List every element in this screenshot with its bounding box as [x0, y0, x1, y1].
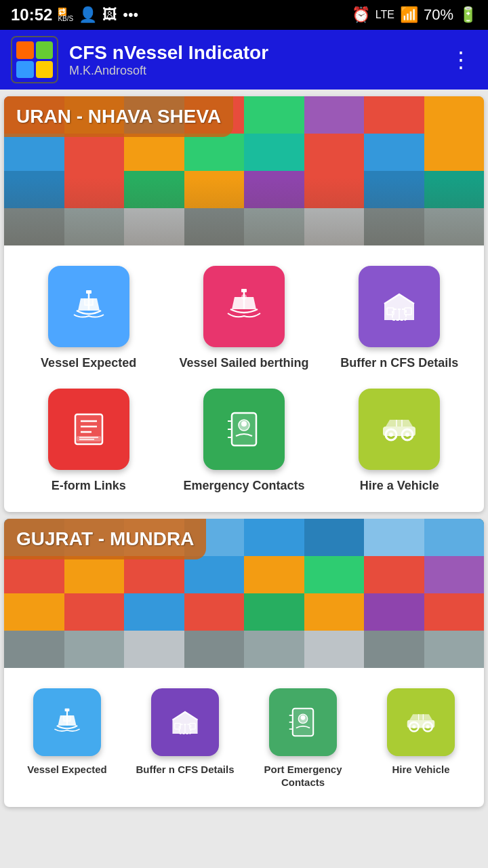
- app-title: CFS nVessel Indicator: [69, 41, 434, 64]
- svg-rect-0: [86, 290, 92, 294]
- warehouse-icon-1: [378, 285, 421, 328]
- gujrat-port-name: GUJRAT - MUNDRA: [16, 528, 194, 550]
- vessel-expected-label-2: Vessel Expected: [27, 763, 107, 776]
- section-gujrat: GUJRAT - MUNDRA Vessel Expected: [4, 519, 484, 807]
- hire-vehicle-btn-2[interactable]: [387, 688, 455, 756]
- hire-vehicle-item-1[interactable]: Hire a Vehicle: [322, 382, 477, 505]
- app-menu-button[interactable]: ⋮: [445, 41, 477, 78]
- hire-vehicle-btn-1[interactable]: [359, 389, 440, 470]
- image-icon: 🖼: [102, 6, 117, 24]
- buffer-cfs-btn-1[interactable]: [359, 266, 440, 347]
- emergency-contacts-btn-1[interactable]: [203, 389, 285, 470]
- ship-icon-2: [49, 704, 85, 741]
- eform-label-1: E-form Links: [52, 478, 126, 494]
- ship-sailed-icon: [222, 285, 266, 328]
- buffer-cfs-label-2: Buffer n CFS Details: [136, 763, 234, 776]
- data-speed-icon: 🔁 KB/S: [58, 8, 73, 22]
- port-emergency-btn-2[interactable]: [269, 688, 337, 756]
- buffer-cfs-item-1[interactable]: Buffer n CFS Details: [322, 259, 477, 382]
- hire-vehicle-label-1: Hire a Vehicle: [360, 478, 439, 494]
- gujrat-banner: GUJRAT - MUNDRA: [4, 519, 484, 668]
- vessel-expected-item-2[interactable]: Vessel Expected: [8, 682, 126, 800]
- logo-square-yellow: [36, 61, 54, 79]
- buffer-cfs-btn-2[interactable]: [151, 688, 219, 756]
- uran-banner: URAN - NHAVA SHEVA: [4, 96, 484, 245]
- svg-rect-24: [383, 427, 415, 436]
- contacts-icon-1: [222, 408, 266, 451]
- battery-icon: 🔋: [459, 6, 477, 24]
- vessel-expected-btn-2[interactable]: [33, 688, 101, 756]
- logo-square-blue: [16, 61, 34, 79]
- battery-level: 70%: [424, 6, 453, 24]
- uran-actions-grid: Vessel Expected Vessel Sailed berthing: [4, 245, 484, 512]
- vessel-expected-btn-1[interactable]: [48, 266, 129, 347]
- eform-btn-1[interactable]: [48, 389, 129, 470]
- eform-item-1[interactable]: E-form Links: [11, 382, 166, 505]
- uran-port-name-overlay: URAN - NHAVA SHEVA: [4, 96, 233, 137]
- signal-bars-icon: 📶: [400, 6, 418, 24]
- ship-icon-1: [67, 285, 110, 328]
- app-logo: [11, 36, 58, 83]
- status-time: 10:52: [11, 5, 52, 24]
- gujrat-actions-grid: Vessel Expected Buffer n CFS Details: [4, 668, 484, 807]
- vehicle-icon-1: [378, 408, 421, 451]
- alarm-icon: ⏰: [352, 6, 370, 24]
- svg-rect-42: [407, 719, 435, 728]
- contacts-icon-2: [285, 704, 321, 741]
- emergency-contacts-label-1: Emergency Contacts: [183, 478, 304, 494]
- profile-icon: 👤: [79, 6, 97, 24]
- svg-rect-1: [241, 289, 247, 292]
- vessel-sailed-item-1[interactable]: Vessel Sailed berthing: [166, 259, 321, 382]
- vessel-expected-item-1[interactable]: Vessel Expected: [11, 259, 166, 382]
- section-uran: URAN - NHAVA SHEVA Vessel Expected: [4, 96, 484, 512]
- logo-square-orange: [16, 41, 34, 59]
- uran-port-name: URAN - NHAVA SHEVA: [16, 106, 221, 127]
- lte-icon: LTE: [375, 9, 394, 21]
- port-emergency-label-2: Port Emergency Contacts: [248, 763, 358, 789]
- buffer-cfs-label-1: Buffer n CFS Details: [340, 355, 458, 371]
- vessel-sailed-label-1: Vessel Sailed berthing: [179, 355, 308, 371]
- vessel-sailed-btn-1[interactable]: [203, 266, 285, 347]
- port-emergency-item-2[interactable]: Port Emergency Contacts: [244, 682, 362, 800]
- hire-vehicle-item-2[interactable]: Hire Vehicle: [362, 682, 480, 800]
- svg-rect-27: [65, 709, 70, 711]
- status-bar: 10:52 🔁 KB/S 👤 🖼 ••• ⏰ LTE 📶 70% 🔋: [0, 0, 488, 30]
- emergency-contacts-item-1[interactable]: Emergency Contacts: [166, 382, 321, 505]
- form-icon: [67, 408, 110, 451]
- app-bar: CFS nVessel Indicator M.K.Androsoft ⋮: [0, 30, 488, 90]
- svg-point-37: [301, 715, 306, 720]
- logo-square-green: [36, 41, 54, 59]
- svg-rect-11: [77, 436, 101, 441]
- app-title-group: CFS nVessel Indicator M.K.Androsoft: [69, 41, 434, 79]
- gujrat-port-name-overlay: GUJRAT - MUNDRA: [4, 519, 206, 559]
- more-icon: •••: [123, 6, 138, 24]
- buffer-cfs-item-2[interactable]: Buffer n CFS Details: [126, 682, 244, 800]
- vehicle-icon-2: [403, 704, 439, 741]
- vessel-expected-label-1: Vessel Expected: [41, 355, 136, 371]
- svg-point-19: [241, 421, 247, 427]
- app-subtitle: M.K.Androsoft: [69, 64, 434, 78]
- warehouse-icon-2: [167, 704, 203, 741]
- svg-point-2: [241, 294, 247, 300]
- hire-vehicle-label-2: Hire Vehicle: [392, 763, 449, 776]
